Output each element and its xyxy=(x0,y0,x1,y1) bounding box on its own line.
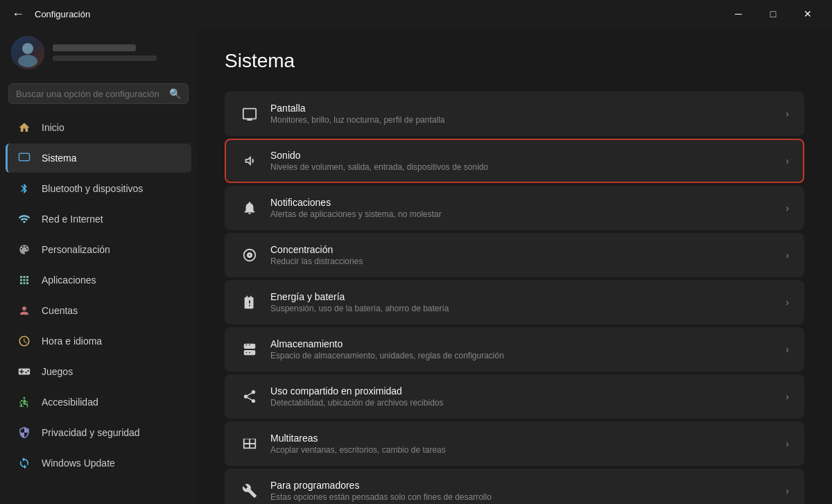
bluetooth-icon xyxy=(17,181,32,196)
setting-text-notificaciones: Notificaciones Alertas de aplicaciones y… xyxy=(270,197,442,219)
sidebar: 🔍 Inicio Sistema Bluetooth y dispo xyxy=(0,28,197,504)
sidebar-item-sistema[interactable]: Sistema xyxy=(6,144,191,173)
chevron-sonido: › xyxy=(786,155,789,166)
setting-left-notificaciones: Notificaciones Alertas de aplicaciones y… xyxy=(240,197,442,219)
setting-text-concentracion: Concentración Reducir las distracciones xyxy=(270,244,363,266)
title-bar: ← Configuración ─ □ ✕ xyxy=(0,0,832,28)
sonido-icon xyxy=(240,151,259,171)
setting-left-concentracion: Concentración Reducir las distracciones xyxy=(240,244,363,266)
chevron-almacenamiento: › xyxy=(786,344,789,355)
sidebar-label-bluetooth: Bluetooth y dispositivos xyxy=(42,183,143,194)
sidebar-label-personalizacion: Personalización xyxy=(42,244,110,255)
setting-name-sonido: Sonido xyxy=(270,150,488,161)
back-button[interactable]: ← xyxy=(8,4,28,24)
multitareas-icon xyxy=(240,434,259,453)
svg-point-2 xyxy=(22,43,33,54)
setting-name-programadores: Para programadores xyxy=(270,480,492,491)
svg-rect-4 xyxy=(19,153,30,161)
privacidad-icon xyxy=(17,425,32,440)
sidebar-label-aplicaciones: Aplicaciones xyxy=(42,275,96,286)
setting-text-energia: Energía y batería Suspensión, uso de la … xyxy=(270,291,449,313)
setting-name-almacenamiento: Almacenamiento xyxy=(270,338,504,349)
title-bar-controls: ─ □ ✕ xyxy=(722,3,824,25)
setting-item-pantalla[interactable]: Pantalla Monitores, brillo, luz nocturna… xyxy=(225,92,804,136)
setting-item-notificaciones[interactable]: Notificaciones Alertas de aplicaciones y… xyxy=(225,186,804,230)
apps-icon xyxy=(17,272,32,288)
nav-items: Inicio Sistema Bluetooth y dispositivos … xyxy=(0,112,197,497)
setting-desc-almacenamiento: Espacio de almacenamiento, unidades, reg… xyxy=(270,351,504,360)
setting-item-concentracion[interactable]: Concentración Reducir las distracciones … xyxy=(225,233,804,277)
user-email xyxy=(53,55,157,61)
setting-desc-multitareas: Acoplar ventanas, escritorios, cambio de… xyxy=(270,445,446,455)
sidebar-item-inicio[interactable]: Inicio xyxy=(6,113,191,142)
title-bar-left: ← Configuración xyxy=(8,4,90,24)
setting-text-almacenamiento: Almacenamiento Espacio de almacenamiento… xyxy=(270,338,504,360)
search-icon: 🔍 xyxy=(169,88,181,99)
search-box[interactable]: 🔍 xyxy=(8,83,189,104)
settings-list: Pantalla Monitores, brillo, luz nocturna… xyxy=(225,92,804,504)
user-section[interactable] xyxy=(0,28,197,80)
setting-text-multitareas: Multitareas Acoplar ventanas, escritorio… xyxy=(270,433,446,455)
hora-icon xyxy=(17,333,32,349)
title-bar-title: Configuración xyxy=(35,9,90,19)
setting-name-notificaciones: Notificaciones xyxy=(270,197,442,208)
chevron-concentracion: › xyxy=(786,250,789,261)
search-input[interactable] xyxy=(16,89,164,99)
setting-desc-concentracion: Reducir las distracciones xyxy=(270,257,363,266)
sidebar-item-personalizacion[interactable]: Personalización xyxy=(6,235,191,264)
proximidad-icon xyxy=(240,387,259,406)
svg-point-3 xyxy=(18,55,37,67)
setting-left-multitareas: Multitareas Acoplar ventanas, escritorio… xyxy=(240,433,446,455)
maximize-button[interactable]: □ xyxy=(757,3,789,25)
setting-desc-programadores: Estas opciones están pensadas solo con f… xyxy=(270,492,492,502)
sidebar-item-aplicaciones[interactable]: Aplicaciones xyxy=(6,266,191,295)
minimize-button[interactable]: ─ xyxy=(722,3,754,25)
setting-item-sonido[interactable]: Sonido Niveles de volumen, salida, entra… xyxy=(225,139,804,183)
programadores-icon xyxy=(240,481,259,501)
user-info xyxy=(53,44,157,61)
sidebar-item-juegos[interactable]: Juegos xyxy=(6,357,191,386)
setting-text-proximidad: Uso compartido en proximidad Detectabili… xyxy=(270,385,443,408)
setting-text-sonido: Sonido Niveles de volumen, salida, entra… xyxy=(270,150,488,172)
setting-left-pantalla: Pantalla Monitores, brillo, luz nocturna… xyxy=(240,103,444,125)
setting-item-proximidad[interactable]: Uso compartido en proximidad Detectabili… xyxy=(225,374,804,419)
svg-point-5 xyxy=(24,397,26,399)
setting-name-proximidad: Uso compartido en proximidad xyxy=(270,385,443,397)
sidebar-item-accesibilidad[interactable]: Accesibilidad xyxy=(6,388,191,417)
setting-desc-notificaciones: Alertas de aplicaciones y sistema, no mo… xyxy=(270,209,442,219)
almacenamiento-icon xyxy=(240,340,259,359)
sidebar-item-hora[interactable]: Hora e idioma xyxy=(6,327,191,356)
sidebar-item-privacidad[interactable]: Privacidad y seguridad xyxy=(6,418,191,447)
red-icon xyxy=(17,211,32,227)
chevron-notificaciones: › xyxy=(786,202,789,214)
setting-name-concentracion: Concentración xyxy=(270,244,363,255)
chevron-proximidad: › xyxy=(786,391,789,402)
setting-name-energia: Energía y batería xyxy=(270,291,449,302)
pantalla-icon xyxy=(240,104,259,123)
accesibilidad-icon xyxy=(17,394,32,410)
sidebar-item-red[interactable]: Red e Internet xyxy=(6,205,191,234)
concentracion-icon xyxy=(240,245,259,265)
juegos-icon xyxy=(17,364,32,379)
setting-desc-proximidad: Detectabilidad, ubicación de archivos re… xyxy=(270,398,443,408)
sidebar-label-hora: Hora e idioma xyxy=(42,336,102,347)
sidebar-label-red: Red e Internet xyxy=(42,214,103,225)
content-area: Sistema Pantalla Monitores, brillo, luz … xyxy=(197,28,832,504)
setting-item-almacenamiento[interactable]: Almacenamiento Espacio de almacenamiento… xyxy=(225,327,804,372)
setting-name-pantalla: Pantalla xyxy=(270,103,444,114)
sistema-icon xyxy=(17,150,32,166)
setting-item-energia[interactable]: Energía y batería Suspensión, uso de la … xyxy=(225,280,804,324)
sidebar-label-sistema: Sistema xyxy=(42,153,77,164)
setting-item-multitareas[interactable]: Multitareas Acoplar ventanas, escritorio… xyxy=(225,422,804,466)
setting-desc-pantalla: Monitores, brillo, luz nocturna, perfil … xyxy=(270,115,444,125)
chevron-pantalla: › xyxy=(786,108,789,119)
setting-item-programadores[interactable]: Para programadores Estas opciones están … xyxy=(225,469,804,504)
chevron-programadores: › xyxy=(786,485,789,496)
chevron-multitareas: › xyxy=(786,438,789,449)
page-title: Sistema xyxy=(225,50,804,72)
sidebar-item-update[interactable]: Windows Update xyxy=(6,449,191,478)
close-button[interactable]: ✕ xyxy=(792,3,824,25)
sidebar-item-bluetooth[interactable]: Bluetooth y dispositivos xyxy=(6,174,191,203)
sidebar-item-cuentas[interactable]: Cuentas xyxy=(6,296,191,325)
setting-left-programadores: Para programadores Estas opciones están … xyxy=(240,480,492,502)
